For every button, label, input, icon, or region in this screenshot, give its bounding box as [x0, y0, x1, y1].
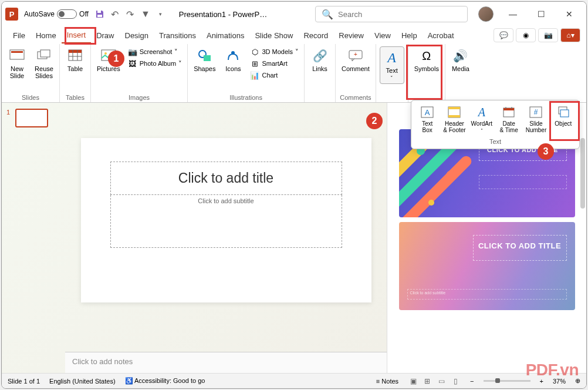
ribbon-group-media: 🔊 Media: [445, 44, 476, 102]
ribbon-group-symbols: Ω Symbols: [408, 44, 445, 102]
ribbon-group-text: A Text ˅: [376, 44, 408, 102]
chart-button[interactable]: 📊Chart: [248, 70, 300, 80]
ribbon-group-comments: + Comment Comments: [336, 44, 376, 102]
annotation-marker-2: 2: [366, 113, 383, 129]
save-icon[interactable]: [94, 9, 105, 19]
autosave-state: Off: [79, 10, 89, 18]
subtitle-placeholder[interactable]: Click to add subtitle: [110, 195, 342, 248]
document-title: Presentation1 - PowerP…: [179, 10, 267, 19]
design-suggestion-2[interactable]: CLICK TO ADD TITLE Click to add subtitle: [399, 222, 575, 310]
text-icon: A: [384, 49, 400, 66]
tab-review[interactable]: Review: [333, 28, 369, 43]
maximize-button[interactable]: ☐: [532, 5, 550, 23]
shapes-button[interactable]: Shapes: [191, 46, 218, 73]
quick-access-toolbar: ↶ ↷ ▼ ▾: [94, 9, 166, 19]
table-button[interactable]: Table: [63, 46, 87, 73]
header-footer-button[interactable]: Header & Footer: [441, 104, 468, 135]
reading-view-icon[interactable]: ▭: [436, 377, 447, 385]
text-dropdown-button[interactable]: A Text ˅: [380, 46, 404, 84]
tab-draw[interactable]: Draw: [91, 28, 119, 43]
titlebar: P AutoSave Off ↶ ↷ ▼ ▾ Presentation1 - P…: [2, 2, 586, 26]
text-flyout: A Text Box Header & Footer A WordArt ˅ D…: [411, 100, 580, 149]
avatar[interactable]: [478, 6, 494, 22]
toggle-switch-icon[interactable]: [57, 9, 77, 19]
media-button[interactable]: 🔊 Media: [449, 46, 472, 73]
new-slide-icon: [9, 48, 25, 64]
reuse-slides-button[interactable]: Reuse Slides: [32, 46, 56, 80]
svg-rect-7: [69, 50, 82, 53]
tab-view[interactable]: View: [369, 28, 396, 43]
tab-record[interactable]: Record: [298, 28, 333, 43]
designer-scrollbar[interactable]: [580, 138, 585, 209]
slide-thumbnail[interactable]: [15, 109, 48, 127]
search-box[interactable]: 🔍: [315, 6, 468, 22]
camera-button[interactable]: ◉: [516, 28, 536, 42]
close-button[interactable]: ✕: [560, 5, 578, 23]
language-status[interactable]: English (United States): [49, 378, 116, 385]
thumbnail-panel: 1: [2, 103, 65, 373]
design-thumb-subtitle: Click to add subtitle: [407, 289, 567, 300]
comment-icon: +: [347, 48, 364, 64]
notes-bar[interactable]: Click to add notes: [65, 352, 387, 373]
svg-text:+: +: [354, 51, 357, 58]
svg-text:A: A: [425, 108, 430, 117]
symbols-button[interactable]: Ω Symbols: [412, 46, 441, 73]
photo-album-button[interactable]: 🖼Photo Album ˅: [126, 58, 184, 69]
tab-transitions[interactable]: Transitions: [154, 28, 201, 43]
smartart-icon: ⊞: [250, 59, 259, 68]
tab-design[interactable]: Design: [120, 28, 154, 43]
wordart-button[interactable]: A WordArt ˅: [468, 104, 495, 135]
slide-number-button[interactable]: # Slide Number: [522, 104, 549, 135]
tab-file[interactable]: File: [8, 28, 31, 43]
main-area: Click to add title Click to add subtitle…: [65, 103, 387, 373]
redo-icon[interactable]: ↷: [125, 9, 136, 19]
icons-button[interactable]: Icons: [221, 46, 245, 73]
zoom-slider[interactable]: [484, 380, 530, 382]
svg-point-12: [104, 52, 107, 55]
share-button[interactable]: ⌂▾: [560, 28, 580, 42]
tab-insert[interactable]: Insert: [62, 28, 92, 43]
tab-animations[interactable]: Animations: [201, 28, 249, 43]
date-time-button[interactable]: Date & Time: [495, 104, 522, 135]
minimize-button[interactable]: —: [504, 5, 522, 23]
video-button[interactable]: 📷: [538, 28, 558, 42]
svg-rect-3: [11, 51, 23, 53]
flyout-group-label: Text: [411, 135, 579, 149]
link-icon: 🔗: [312, 48, 328, 64]
svg-rect-0: [97, 11, 101, 13]
screenshot-button[interactable]: 📷Screenshot ˅: [126, 46, 184, 57]
comment-button[interactable]: + Comment: [339, 46, 372, 73]
tab-home[interactable]: Home: [31, 28, 62, 43]
slide-number-icon: #: [529, 105, 543, 119]
text-box-button[interactable]: A Text Box: [414, 104, 441, 135]
autosave-toggle[interactable]: AutoSave Off: [24, 9, 89, 19]
new-slide-button[interactable]: New Slide: [5, 46, 29, 80]
chart-icon: 📊: [250, 70, 259, 80]
slideshow-view-icon[interactable]: ▯: [450, 377, 461, 385]
links-button[interactable]: 🔗 Links: [308, 46, 332, 73]
smartart-button[interactable]: ⊞SmartArt: [248, 58, 300, 69]
comments-button[interactable]: 💬: [494, 28, 513, 42]
ribbon-group-links: 🔗 Links: [305, 44, 336, 102]
table-icon: [67, 48, 83, 64]
qat-more-icon[interactable]: ▾: [156, 9, 166, 19]
tab-slideshow[interactable]: Slide Show: [249, 28, 298, 43]
sorter-view-icon[interactable]: ⊞: [422, 377, 432, 385]
tab-acrobat[interactable]: Acrobat: [423, 28, 459, 43]
ribbon-group-images: Pictures 📷Screenshot ˅ 🖼Photo Album ˅ Im…: [91, 44, 188, 102]
3d-models-button[interactable]: ⬡3D Models ˅: [248, 46, 300, 57]
notes-button[interactable]: ≡ Notes: [376, 378, 398, 385]
tab-help[interactable]: Help: [396, 28, 423, 43]
zoom-out-icon[interactable]: −: [470, 378, 474, 385]
svg-rect-24: [503, 108, 514, 110]
ribbon-group-illustrations: Shapes Icons ⬡3D Models ˅ ⊞SmartArt 📊Cha…: [188, 44, 305, 102]
search-input[interactable]: [338, 10, 461, 19]
normal-view-icon[interactable]: ▣: [408, 377, 418, 385]
title-placeholder[interactable]: Click to add title: [110, 162, 342, 195]
undo-icon[interactable]: ↶: [110, 9, 120, 19]
slide-canvas[interactable]: Click to add title Click to add subtitle: [81, 138, 371, 302]
screenshot-icon: 📷: [128, 47, 137, 56]
object-button[interactable]: Object: [550, 104, 577, 135]
accessibility-status[interactable]: ♿ Accessibility: Good to go: [125, 377, 205, 385]
present-icon[interactable]: ▼: [140, 9, 151, 19]
